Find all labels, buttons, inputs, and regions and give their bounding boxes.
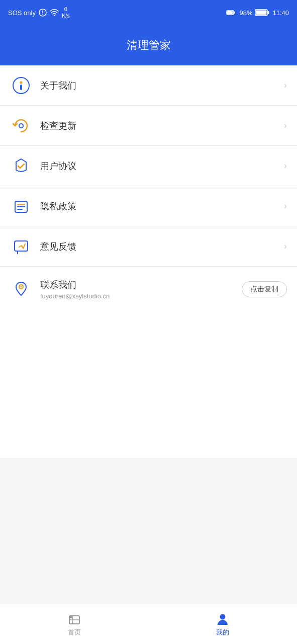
svg-rect-8: [256, 11, 267, 15]
contact-icon: [10, 278, 32, 300]
feedback-icon: [10, 235, 32, 258]
menu-item-contact[interactable]: 联系我们 fuyouren@xsylstudio.cn 点击复制: [0, 267, 297, 312]
sos-text: SOS only: [8, 9, 36, 17]
about-icon: [10, 74, 32, 97]
nav-item-mine[interactable]: 我的: [195, 608, 250, 641]
svg-point-10: [20, 81, 23, 84]
status-bar: SOS only ! 0K/s 98% 11:40: [0, 0, 297, 25]
mine-icon: [216, 612, 230, 626]
privacy-content: 隐私政策: [40, 200, 284, 212]
agreement-label: 用户协议: [40, 161, 76, 171]
agreement-icon: [10, 155, 32, 177]
svg-text:!: !: [42, 10, 43, 16]
network-speed: 0K/s: [62, 6, 70, 19]
feedback-arrow: ›: [284, 241, 287, 252]
agreement-content: 用户协议: [40, 160, 284, 172]
svg-rect-11: [20, 85, 22, 90]
agreement-arrow: ›: [284, 160, 287, 171]
svg-rect-4: [234, 12, 235, 14]
home-icon: [67, 612, 81, 626]
update-label: 检查更新: [40, 121, 76, 131]
status-left: SOS only ! 0K/s: [8, 6, 70, 19]
about-label: 关于我们: [40, 80, 76, 91]
svg-point-20: [21, 286, 22, 288]
contact-label: 联系我们: [40, 279, 242, 291]
bottom-nav: 首页 我的: [0, 604, 297, 644]
menu-item-privacy[interactable]: 隐私政策 ›: [0, 186, 297, 226]
menu-list: 关于我们 › 检查更新 › 用户协议 ›: [0, 65, 297, 458]
app-header: 清理管家: [0, 25, 297, 65]
svg-rect-7: [268, 11, 269, 14]
copy-button[interactable]: 点击复制: [242, 281, 287, 297]
battery-percent: 98%: [239, 9, 252, 17]
contact-content: 联系我们 fuyouren@xsylstudio.cn: [40, 279, 242, 300]
status-right: 98% 11:40: [226, 9, 289, 17]
menu-item-agreement[interactable]: 用户协议 ›: [0, 146, 297, 186]
svg-point-12: [19, 124, 23, 128]
battery-icon: [255, 9, 269, 16]
contact-email: fuyouren@xsylstudio.cn: [40, 292, 242, 300]
home-nav-label: 首页: [68, 628, 81, 637]
privacy-label: 隐私政策: [40, 201, 76, 211]
about-content: 关于我们: [40, 79, 284, 92]
page-title: 清理管家: [127, 38, 171, 53]
svg-point-2: [54, 15, 55, 16]
mine-nav-label: 我的: [216, 628, 229, 637]
update-icon: [10, 115, 32, 137]
content-spacer: [0, 458, 297, 604]
privacy-icon: [10, 195, 32, 217]
sos-icon: !: [39, 9, 47, 17]
time: 11:40: [272, 9, 289, 17]
wifi-icon: [50, 9, 59, 17]
phone-icon: [226, 9, 236, 17]
update-arrow: ›: [284, 120, 287, 131]
privacy-arrow: ›: [284, 201, 287, 211]
nav-item-home[interactable]: 首页: [47, 608, 102, 641]
menu-item-update[interactable]: 检查更新 ›: [0, 106, 297, 146]
about-arrow: ›: [284, 80, 287, 91]
feedback-content: 意见反馈: [40, 240, 284, 253]
update-content: 检查更新: [40, 120, 284, 132]
menu-item-feedback[interactable]: 意见反馈 ›: [0, 226, 297, 267]
svg-point-25: [220, 614, 226, 619]
svg-rect-5: [227, 11, 233, 14]
svg-rect-24: [69, 616, 72, 618]
feedback-label: 意见反馈: [40, 242, 76, 252]
menu-item-about[interactable]: 关于我们 ›: [0, 65, 297, 106]
